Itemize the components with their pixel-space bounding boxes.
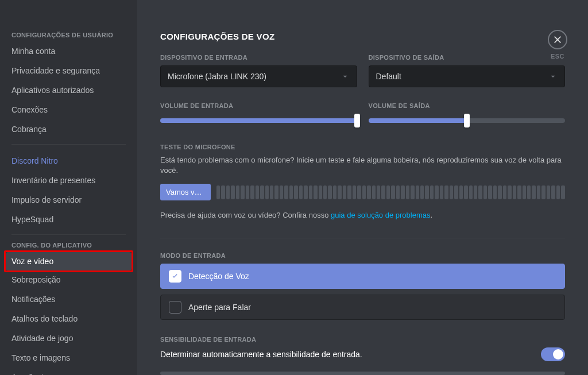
input-mode-push-to-talk[interactable]: Aperte para Falar — [160, 295, 565, 320]
output-volume-label: VOLUME DE SAÍDA — [369, 102, 566, 109]
slider-fill — [369, 118, 467, 123]
sidebar-item-privacy[interactable]: Privacidade e segurança — [6, 61, 131, 80]
sidebar-item-nitro[interactable]: Discord Nitro — [6, 152, 131, 170]
sensitivity-meter — [160, 372, 565, 375]
sidebar-item-game-activity[interactable]: Atividade de jogo — [6, 329, 131, 347]
esc-label: ESC — [548, 53, 567, 60]
sidebar-item-overlay[interactable]: Sobreposição — [6, 270, 131, 289]
mode-label: Detecção de Voz — [188, 272, 249, 281]
mic-test-button[interactable]: Vamos verif... — [160, 184, 211, 200]
output-device-value: Default — [376, 72, 401, 81]
input-volume-label: VOLUME DE ENTRADA — [160, 102, 357, 109]
checkbox-checked — [169, 270, 181, 283]
input-volume-slider[interactable] — [160, 118, 357, 123]
input-device-select[interactable]: Microfone (Jabra LINK 230) — [160, 65, 357, 87]
close-settings: ESC — [548, 30, 567, 60]
sidebar-item-appearance[interactable]: Aparência — [6, 368, 131, 375]
section-header-user: CONFIGURAÇÕES DE USUÁRIO — [6, 32, 131, 42]
sidebar-item-voice-video[interactable]: Voz e vídeo — [6, 252, 131, 270]
sidebar-separator — [11, 234, 126, 235]
sidebar-item-auth-apps[interactable]: Aplicativos autorizados — [6, 81, 131, 99]
input-device-label: DISPOSITIVO DE ENTRADA — [160, 54, 357, 61]
troubleshoot-link[interactable]: guia de solução de problemas — [331, 211, 430, 219]
annotation-highlight: Voz e vídeo — [4, 250, 133, 272]
sidebar-item-billing[interactable]: Cobrança — [6, 120, 131, 138]
mode-label: Aperte para Falar — [188, 303, 251, 312]
sidebar-item-keybinds[interactable]: Atalhos do teclado — [6, 310, 131, 328]
toggle-knob — [553, 349, 563, 359]
mic-test-header: TESTE DO MICROFONE — [160, 144, 565, 150]
output-volume-slider[interactable] — [369, 118, 566, 123]
close-button[interactable] — [548, 30, 567, 49]
mic-level-meter — [216, 185, 565, 199]
slider-fill — [160, 118, 357, 123]
sidebar-item-connections[interactable]: Conexões — [6, 100, 131, 119]
settings-content: ESC CONFIGURAÇÕES DE VOZ DISPOSITIVO DE … — [137, 0, 588, 375]
output-device-select[interactable]: Default — [369, 65, 566, 87]
chevron-down-icon — [341, 72, 350, 81]
settings-sidebar: CONFIGURAÇÕES DE USUÁRIO Minha conta Pri… — [0, 0, 137, 375]
sidebar-item-hypesquad[interactable]: HypeSquad — [6, 210, 131, 229]
chevron-down-icon — [548, 72, 558, 81]
output-device-label: DISPOSITIVO DE SAÍDA — [369, 54, 566, 61]
help-text: Precisa de ajuda com voz ou vídeo? Confi… — [160, 211, 565, 219]
checkbox-unchecked — [169, 301, 181, 314]
sidebar-item-gift-inventory[interactable]: Inventário de presentes — [6, 171, 131, 190]
content-divider — [160, 238, 565, 238]
slider-thumb[interactable] — [464, 114, 470, 127]
input-mode-voice-activity[interactable]: Detecção de Voz — [160, 264, 565, 289]
sidebar-item-text-images[interactable]: Texto e imagens — [6, 349, 131, 367]
input-device-value: Microfone (Jabra LINK 230) — [168, 72, 266, 81]
slider-thumb[interactable] — [354, 114, 360, 127]
input-sensitivity-header: SENSIBILIDADE DE ENTRADA — [160, 336, 565, 343]
input-mode-header: MODO DE ENTRADA — [160, 252, 565, 259]
auto-sensitivity-label: Determinar automaticamente a sensibilida… — [160, 350, 362, 359]
help-prefix: Precisa de ajuda com voz ou vídeo? Confi… — [160, 211, 331, 219]
close-icon — [553, 35, 562, 44]
sidebar-item-account[interactable]: Minha conta — [6, 42, 131, 60]
page-title: CONFIGURAÇÕES DE VOZ — [160, 32, 565, 41]
sidebar-item-server-boost[interactable]: Impulso de servidor — [6, 191, 131, 209]
check-icon — [171, 272, 180, 281]
sidebar-separator — [11, 144, 126, 145]
auto-sensitivity-toggle[interactable] — [541, 347, 565, 361]
mic-test-description: Está tendo problemas com o microfone? In… — [160, 155, 565, 176]
sidebar-item-notifications[interactable]: Notificações — [6, 290, 131, 308]
